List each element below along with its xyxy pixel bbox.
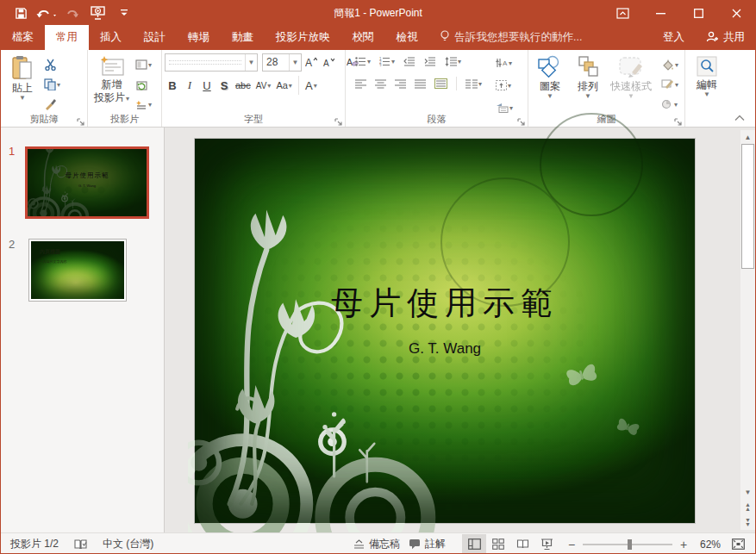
notes-button[interactable]: 備忘稿 xyxy=(349,533,404,554)
paragraph-dialog-launcher[interactable] xyxy=(517,116,525,124)
slide-layout-button[interactable] xyxy=(133,56,154,73)
align-right-button[interactable] xyxy=(392,75,409,92)
tab-view[interactable]: 檢視 xyxy=(385,25,429,50)
reading-view-button[interactable] xyxy=(510,534,534,554)
tab-home[interactable]: 常用 xyxy=(45,25,89,50)
shape-effects-button[interactable] xyxy=(659,96,681,113)
share-button[interactable]: 共用 xyxy=(696,25,755,50)
drawing-dialog-launcher[interactable] xyxy=(674,116,682,124)
scroll-up-arrow[interactable]: ▲ xyxy=(740,130,755,144)
editing-button[interactable]: 編輯 ▼ xyxy=(688,53,726,101)
section-button[interactable] xyxy=(133,96,154,113)
customize-qat-button[interactable] xyxy=(113,3,135,23)
font-name-dropdown-arrow[interactable]: ▼ xyxy=(245,54,257,71)
strikethrough-button[interactable]: abc xyxy=(234,77,253,94)
collapse-ribbon-button[interactable] xyxy=(734,112,745,124)
paste-button[interactable]: 貼上 ▼ xyxy=(3,53,41,104)
slide-indicator[interactable]: 投影片 1/2 xyxy=(6,533,63,554)
text-shadow-button[interactable]: S xyxy=(216,77,232,94)
save-icon[interactable] xyxy=(9,3,32,23)
bold-button[interactable]: B xyxy=(165,77,180,94)
scrollbar-thumb[interactable] xyxy=(741,144,754,269)
comments-button[interactable]: 註解 xyxy=(404,533,450,554)
decrease-indent-button[interactable] xyxy=(401,53,418,70)
cut-button[interactable] xyxy=(41,56,63,73)
spellcheck-button[interactable] xyxy=(70,533,91,554)
scroll-down-arrow[interactable]: ▼ xyxy=(740,485,755,499)
tab-review[interactable]: 校閱 xyxy=(341,25,385,50)
maximize-button[interactable] xyxy=(679,1,717,25)
minimize-button[interactable] xyxy=(641,1,679,25)
zoom-slider[interactable] xyxy=(583,544,672,545)
tab-animations[interactable]: 動畫 xyxy=(221,25,265,50)
editing-dropdown-arrow[interactable]: ▼ xyxy=(703,91,710,98)
previous-slide-button[interactable]: ▲▲ xyxy=(740,499,755,514)
font-color-button[interactable]: A xyxy=(303,77,319,94)
next-slide-button[interactable]: ▼▼ xyxy=(740,514,755,530)
tell-me-box[interactable]: 告訴我您想要執行的動作... xyxy=(429,25,593,50)
align-text-button[interactable] xyxy=(493,77,515,94)
find-magnifier-icon xyxy=(696,55,718,78)
zoom-in-button[interactable]: + xyxy=(678,538,690,551)
reset-slide-button[interactable] xyxy=(133,76,154,93)
slide-show-button[interactable] xyxy=(534,534,559,554)
text-direction-button[interactable]: A xyxy=(493,54,515,72)
change-case-button[interactable]: Aa xyxy=(274,77,293,94)
shapes-button[interactable]: 圖案 ▼ xyxy=(531,53,569,103)
character-spacing-button[interactable]: AV xyxy=(254,77,273,94)
shape-outline-button[interactable] xyxy=(659,76,681,93)
shape-fill-button[interactable] xyxy=(659,56,681,73)
tab-slideshow[interactable]: 投影片放映 xyxy=(265,25,341,50)
increase-indent-button[interactable] xyxy=(422,53,439,70)
scrollbar-track[interactable] xyxy=(740,144,755,485)
new-slide-button[interactable]: 新增 投影片 xyxy=(91,53,133,108)
clipboard-dialog-launcher[interactable] xyxy=(77,116,84,124)
current-slide-canvas[interactable]: 母片使用示範 G. T. Wang xyxy=(195,139,695,523)
vertical-scrollbar[interactable]: ▲ ▼ ▲▲ ▼▼ xyxy=(740,130,755,530)
align-left-button[interactable] xyxy=(353,75,369,92)
font-dialog-launcher[interactable] xyxy=(334,116,342,124)
zoom-level[interactable]: 62% xyxy=(690,538,721,551)
arrange-button[interactable]: 排列 ▼ xyxy=(569,53,607,103)
slide-thumbnail-panel[interactable]: 1 母片使用示範 G. T. Wang 2 內頁標題 • 內頁的文字內容 xyxy=(1,128,165,532)
tab-transitions[interactable]: 轉場 xyxy=(177,25,221,50)
start-from-beginning-button[interactable] xyxy=(87,3,109,23)
sign-in-button[interactable]: 登入 xyxy=(652,25,696,50)
paste-dropdown-arrow[interactable]: ▼ xyxy=(19,95,26,102)
format-painter-button[interactable] xyxy=(41,96,63,113)
arrange-dropdown-arrow[interactable]: ▼ xyxy=(584,93,591,100)
zoom-slider-thumb[interactable] xyxy=(628,539,632,550)
font-name-combobox[interactable]: ▼ xyxy=(165,53,258,72)
numbering-button[interactable]: 123 xyxy=(377,53,397,70)
fit-slide-to-window-button[interactable] xyxy=(726,534,750,554)
slide-subtitle[interactable]: G. T. Wang xyxy=(195,340,695,358)
line-spacing-button[interactable] xyxy=(442,53,464,70)
underline-button[interactable]: U xyxy=(199,77,215,94)
slide-1-thumbnail[interactable]: 母片使用示範 G. T. Wang xyxy=(25,146,149,219)
normal-view-button[interactable] xyxy=(462,534,486,554)
columns-button[interactable] xyxy=(463,75,484,92)
undo-button[interactable] xyxy=(35,3,58,23)
font-size-dropdown-arrow[interactable]: ▼ xyxy=(289,54,301,71)
slide-title[interactable]: 母片使用示範 xyxy=(195,282,695,325)
distributed-button[interactable] xyxy=(432,75,450,92)
close-button[interactable] xyxy=(717,1,755,25)
decrease-font-size-button[interactable]: A xyxy=(321,53,336,71)
tab-design[interactable]: 設計 xyxy=(133,25,177,50)
tab-insert[interactable]: 插入 xyxy=(89,25,133,50)
slide-2-thumbnail[interactable]: 內頁標題 • 內頁的文字內容 xyxy=(29,240,126,301)
copy-button[interactable] xyxy=(41,76,63,93)
font-size-combobox[interactable]: 28 ▼ xyxy=(262,53,302,72)
slide-sorter-view-button[interactable] xyxy=(486,534,510,554)
justify-button[interactable] xyxy=(412,75,428,92)
bullets-button[interactable] xyxy=(353,53,373,70)
increase-font-size-button[interactable]: A xyxy=(303,53,319,71)
tab-file[interactable]: 檔案 xyxy=(1,25,45,50)
ribbon-display-options-button[interactable] xyxy=(603,1,641,25)
proofing-book-icon xyxy=(74,538,87,551)
align-center-button[interactable] xyxy=(372,75,389,92)
shapes-dropdown-arrow[interactable]: ▼ xyxy=(547,93,553,100)
language-indicator[interactable]: 中文 (台灣) xyxy=(98,533,158,554)
zoom-out-button[interactable]: − xyxy=(565,538,578,551)
italic-button[interactable]: I xyxy=(182,77,197,94)
